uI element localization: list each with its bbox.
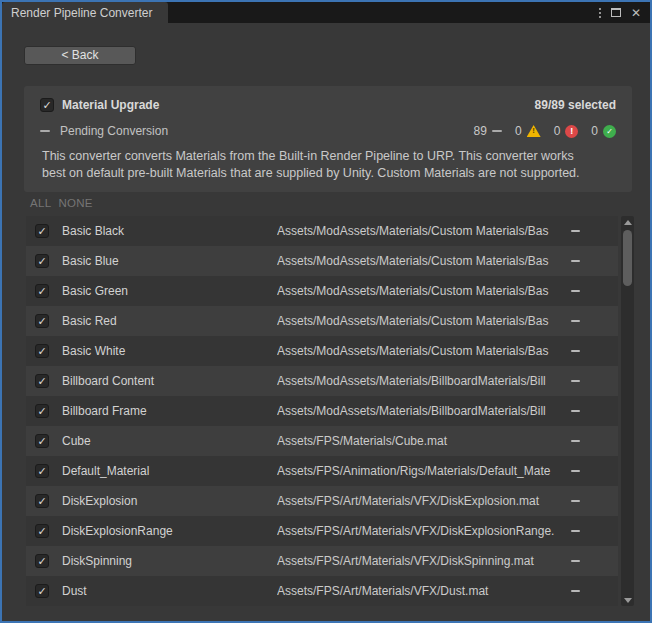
- window-menu-icon[interactable]: [599, 8, 601, 18]
- scroll-down-icon[interactable]: [621, 594, 634, 606]
- material-status-dash-icon: [571, 350, 580, 352]
- material-name: DiskSpinning: [62, 554, 132, 568]
- converter-title: Material Upgrade: [62, 98, 159, 112]
- list-scrollbar[interactable]: [621, 216, 634, 606]
- material-row[interactable]: ✓ DiskExplosionRange Assets/FPS/Art/Mate…: [26, 516, 618, 546]
- material-row[interactable]: ✓ Billboard Content Assets/ModAssets/Mat…: [26, 366, 618, 396]
- material-status-dash-icon: [571, 290, 580, 292]
- checkmark-icon: ✓: [37, 226, 46, 237]
- checkmark-icon: ✓: [42, 100, 51, 111]
- material-path: Assets/ModAssets/Materials/BillboardMate…: [277, 404, 558, 418]
- material-name: Basic White: [62, 344, 125, 358]
- tab-title: Render Pipeline Converter: [11, 6, 152, 20]
- success-icon: ✓: [603, 125, 616, 138]
- checkmark-icon: ✓: [37, 316, 46, 327]
- material-status-dash-icon: [571, 590, 580, 592]
- status-counts: 89 0 ! 0 ! 0 ✓: [474, 124, 616, 138]
- material-upgrade-checkbox[interactable]: ✓: [40, 98, 54, 112]
- material-status-dash-icon: [571, 320, 580, 322]
- material-row[interactable]: ✓ Basic White Assets/ModAssets/Materials…: [26, 336, 618, 366]
- description-line-1: This converter converts Materials from t…: [42, 148, 616, 165]
- material-path: Assets/FPS/Animation/Rigs/Materials/Defa…: [277, 464, 558, 478]
- select-none-button[interactable]: NONE: [58, 197, 92, 209]
- checkmark-icon: ✓: [37, 526, 46, 537]
- pending-label: Pending Conversion: [60, 124, 168, 138]
- checkmark-icon: ✓: [37, 586, 46, 597]
- material-path: Assets/FPS/Art/Materials/VFX/Dust.mat: [277, 584, 558, 598]
- checkmark-icon: ✓: [37, 436, 46, 447]
- material-checkbox[interactable]: ✓: [35, 374, 49, 388]
- material-path: Assets/FPS/Art/Materials/VFX/DiskExplosi…: [277, 494, 558, 508]
- material-checkbox[interactable]: ✓: [35, 494, 49, 508]
- material-row[interactable]: ✓ Default_Material Assets/FPS/Animation/…: [26, 456, 618, 486]
- checkmark-icon: ✓: [37, 466, 46, 477]
- material-checkbox[interactable]: ✓: [35, 554, 49, 568]
- converter-header-row: ✓ Material Upgrade 89/89 selected: [40, 97, 616, 113]
- material-checkbox[interactable]: ✓: [35, 284, 49, 298]
- material-name: Dust: [62, 584, 87, 598]
- tab-render-pipeline-converter[interactable]: Render Pipeline Converter: [2, 2, 168, 23]
- warning-icon: !: [527, 125, 541, 137]
- material-path: Assets/ModAssets/Materials/BillboardMate…: [277, 374, 558, 388]
- material-row[interactable]: ✓ DiskSpinning Assets/FPS/Art/Materials/…: [26, 546, 618, 576]
- material-checkbox[interactable]: ✓: [35, 344, 49, 358]
- pending-count: 89: [474, 124, 487, 138]
- scroll-up-icon[interactable]: [621, 216, 634, 228]
- material-status-dash-icon: [571, 560, 580, 562]
- material-row[interactable]: ✓ Basic Blue Assets/ModAssets/Materials/…: [26, 246, 618, 276]
- material-row[interactable]: ✓ Basic Red Assets/ModAssets/Materials/C…: [26, 306, 618, 336]
- material-row[interactable]: ✓ Cube Assets/FPS/Materials/Cube.mat: [26, 426, 618, 456]
- materials-list: ✓ Basic Black Assets/ModAssets/Materials…: [26, 216, 618, 606]
- titlebar-spacer: [168, 2, 599, 23]
- material-status-dash-icon: [571, 440, 580, 442]
- material-row[interactable]: ✓ DiskExplosion Assets/FPS/Art/Materials…: [26, 486, 618, 516]
- close-icon[interactable]: ✕: [631, 7, 641, 19]
- warning-count: 0: [515, 124, 522, 138]
- material-path: Assets/ModAssets/Materials/Custom Materi…: [277, 224, 558, 238]
- material-row[interactable]: ✓ Basic Green Assets/ModAssets/Materials…: [26, 276, 618, 306]
- material-path: Assets/FPS/Art/Materials/VFX/DiskSpinnin…: [277, 554, 558, 568]
- material-name: DiskExplosion: [62, 494, 137, 508]
- pending-conversion-row: Pending Conversion 89 0 ! 0 ! 0 ✓: [40, 123, 616, 139]
- converter-description: This converter converts Materials from t…: [42, 148, 616, 182]
- material-checkbox[interactable]: ✓: [35, 224, 49, 238]
- material-status-dash-icon: [571, 500, 580, 502]
- material-checkbox[interactable]: ✓: [35, 584, 49, 598]
- back-button[interactable]: < Back: [24, 46, 136, 65]
- converter-panel: ✓ Material Upgrade 89/89 selected Pendin…: [24, 86, 632, 192]
- scrollbar-thumb[interactable]: [623, 230, 632, 286]
- material-name: Basic Red: [62, 314, 117, 328]
- selected-summary: 89/89 selected: [535, 98, 616, 112]
- material-name: Cube: [62, 434, 91, 448]
- material-name: Basic Blue: [62, 254, 119, 268]
- material-checkbox[interactable]: ✓: [35, 464, 49, 478]
- material-row[interactable]: ✓ Basic Black Assets/ModAssets/Materials…: [26, 216, 618, 246]
- material-checkbox[interactable]: ✓: [35, 314, 49, 328]
- selection-controls: ALL NONE: [30, 197, 93, 209]
- checkmark-icon: ✓: [37, 556, 46, 567]
- success-count: 0: [591, 124, 598, 138]
- window-controls: ✕: [599, 2, 650, 23]
- checkmark-icon: ✓: [37, 286, 46, 297]
- checkmark-icon: ✓: [37, 346, 46, 357]
- checkmark-icon: ✓: [37, 406, 46, 417]
- checkmark-icon: ✓: [37, 256, 46, 267]
- material-row[interactable]: ✓ Dust Assets/FPS/Art/Materials/VFX/Dust…: [26, 576, 618, 606]
- material-name: DiskExplosionRange: [62, 524, 173, 538]
- material-path: Assets/FPS/Materials/Cube.mat: [277, 434, 558, 448]
- material-status-dash-icon: [571, 530, 580, 532]
- material-path: Assets/ModAssets/Materials/Custom Materi…: [277, 254, 558, 268]
- select-all-button[interactable]: ALL: [30, 197, 51, 209]
- material-path: Assets/ModAssets/Materials/Custom Materi…: [277, 314, 558, 328]
- material-path: Assets/FPS/Art/Materials/VFX/DiskExplosi…: [277, 524, 558, 538]
- maximize-icon[interactable]: [611, 8, 621, 17]
- material-checkbox[interactable]: ✓: [35, 254, 49, 268]
- material-checkbox[interactable]: ✓: [35, 524, 49, 538]
- pending-dash-icon: [492, 130, 502, 132]
- material-checkbox[interactable]: ✓: [35, 434, 49, 448]
- material-checkbox[interactable]: ✓: [35, 404, 49, 418]
- material-path: Assets/ModAssets/Materials/Custom Materi…: [277, 284, 558, 298]
- title-bar: Render Pipeline Converter ✕: [2, 2, 650, 23]
- material-row[interactable]: ✓ Billboard Frame Assets/ModAssets/Mater…: [26, 396, 618, 426]
- material-status-dash-icon: [571, 230, 580, 232]
